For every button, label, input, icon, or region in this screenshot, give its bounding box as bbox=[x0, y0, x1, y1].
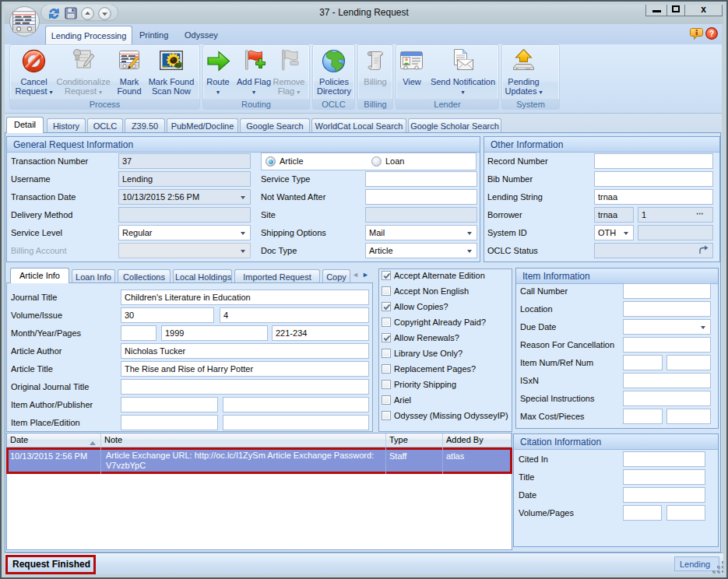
svg-text:?: ? bbox=[709, 30, 714, 38]
